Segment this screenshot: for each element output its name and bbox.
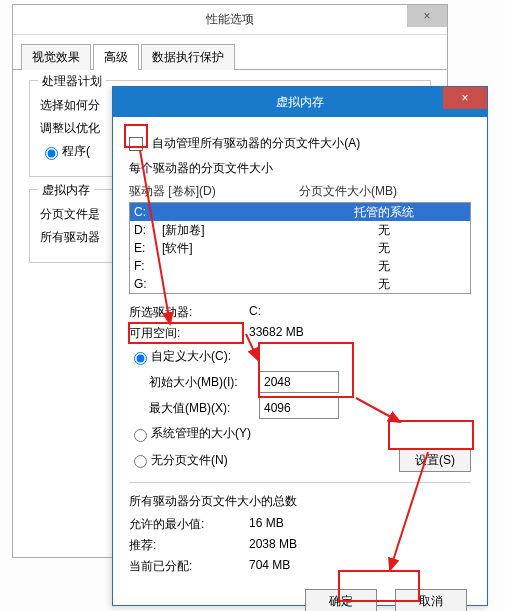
free-space-value: 33682 MB bbox=[249, 325, 304, 342]
selected-drive-value: C: bbox=[249, 304, 261, 321]
drives-list[interactable]: C:托管的系统D:[新加卷]无E:[软件]无F:无G:无 bbox=[129, 202, 471, 294]
max-size-row: 最大值(MB)(X): bbox=[149, 397, 471, 419]
close-icon: × bbox=[461, 91, 468, 105]
col-drive-label: 驱动器 [卷标](D) bbox=[129, 183, 299, 200]
cur-row: 当前已分配: 704 MB bbox=[129, 558, 471, 575]
vm-titlebar: 虚拟内存 × bbox=[113, 87, 487, 117]
drive-label: [新加卷] bbox=[162, 222, 302, 239]
tab-dep[interactable]: 数据执行保护 bbox=[141, 44, 235, 70]
drive-size: 无 bbox=[302, 276, 466, 293]
min-label: 允许的最小值: bbox=[129, 516, 249, 533]
perf-titlebar: 性能选项 × bbox=[13, 5, 447, 35]
min-row: 允许的最小值: 16 MB bbox=[129, 516, 471, 533]
vm-title: 虚拟内存 bbox=[276, 94, 324, 111]
rec-label: 推荐: bbox=[129, 537, 249, 554]
cancel-button[interactable]: 取消 bbox=[395, 589, 467, 611]
drive-letter: C: bbox=[134, 205, 162, 219]
initial-size-input[interactable] bbox=[259, 371, 339, 393]
max-size-label: 最大值(MB)(X): bbox=[149, 400, 259, 417]
free-space-label: 可用空间: bbox=[129, 325, 249, 342]
drive-size: 无 bbox=[302, 240, 466, 257]
drives-header: 驱动器 [卷标](D) 分页文件大小(MB) bbox=[129, 183, 471, 200]
perf-title: 性能选项 bbox=[206, 11, 254, 28]
close-icon: × bbox=[423, 9, 430, 23]
auto-manage-row: 自动管理所有驱动器的分页文件大小(A) bbox=[129, 135, 471, 152]
cur-value: 704 MB bbox=[249, 558, 290, 575]
programs-label: 程序( bbox=[62, 143, 90, 160]
auto-manage-label: 自动管理所有驱动器的分页文件大小(A) bbox=[152, 136, 360, 150]
custom-size-radio[interactable] bbox=[134, 352, 147, 365]
auto-manage-checkbox[interactable] bbox=[129, 137, 143, 151]
custom-size-label: 自定义大小(C): bbox=[151, 348, 231, 365]
custom-size-row: 自定义大小(C): bbox=[129, 348, 471, 365]
drive-row[interactable]: F:无 bbox=[130, 257, 470, 275]
drive-label: [软件] bbox=[162, 240, 302, 257]
initial-size-row: 初始大小(MB)(I): bbox=[149, 371, 471, 393]
vm-body: 自动管理所有驱动器的分页文件大小(A) 每个驱动器的分页文件大小 驱动器 [卷标… bbox=[113, 117, 487, 611]
drive-size: 无 bbox=[302, 222, 466, 239]
separator bbox=[129, 482, 471, 483]
drive-row[interactable]: C:托管的系统 bbox=[130, 203, 470, 221]
set-button[interactable]: 设置(S) bbox=[399, 448, 471, 472]
free-space-row: 可用空间: 33682 MB bbox=[129, 325, 471, 342]
system-managed-label: 系统管理的大小(Y) bbox=[151, 425, 251, 442]
vm-close-button[interactable]: × bbox=[443, 87, 487, 109]
programs-radio[interactable] bbox=[45, 147, 58, 160]
selected-drive-row: 所选驱动器: C: bbox=[129, 304, 471, 321]
each-drive-label: 每个驱动器的分页文件大小 bbox=[129, 160, 471, 177]
totals-legend: 所有驱动器分页文件大小的总数 bbox=[129, 493, 471, 510]
cur-label: 当前已分配: bbox=[129, 558, 249, 575]
drive-size: 托管的系统 bbox=[302, 204, 466, 221]
virtual-memory-window: 虚拟内存 × 自动管理所有驱动器的分页文件大小(A) 每个驱动器的分页文件大小 … bbox=[112, 86, 488, 606]
dialog-buttons: 确定 取消 bbox=[129, 589, 471, 611]
perf-close-button[interactable]: × bbox=[407, 5, 447, 27]
no-paging-radio[interactable] bbox=[134, 455, 147, 468]
tab-visual-effects[interactable]: 视觉效果 bbox=[21, 44, 91, 70]
drive-letter: D: bbox=[134, 223, 162, 237]
tab-advanced[interactable]: 高级 bbox=[93, 44, 139, 70]
virtual-memory-legend: 虚拟内存 bbox=[38, 182, 94, 199]
system-managed-row: 系统管理的大小(Y) bbox=[129, 425, 471, 442]
perf-tabs: 视觉效果 高级 数据执行保护 bbox=[13, 35, 447, 70]
system-managed-radio[interactable] bbox=[134, 429, 147, 442]
no-paging-label: 无分页文件(N) bbox=[151, 452, 228, 469]
drive-letter: E: bbox=[134, 241, 162, 255]
processor-scheduling-legend: 处理器计划 bbox=[38, 73, 106, 90]
initial-size-label: 初始大小(MB)(I): bbox=[149, 374, 259, 391]
drive-letter: G: bbox=[134, 277, 162, 291]
drive-size: 无 bbox=[302, 258, 466, 275]
max-size-input[interactable] bbox=[259, 397, 339, 419]
col-size-label: 分页文件大小(MB) bbox=[299, 183, 397, 200]
ok-button[interactable]: 确定 bbox=[305, 589, 377, 611]
rec-value: 2038 MB bbox=[249, 537, 297, 554]
min-value: 16 MB bbox=[249, 516, 284, 533]
no-paging-row: 无分页文件(N) 设置(S) bbox=[129, 448, 471, 472]
drive-row[interactable]: G:无 bbox=[130, 275, 470, 293]
rec-row: 推荐: 2038 MB bbox=[129, 537, 471, 554]
drive-letter: F: bbox=[134, 259, 162, 273]
selected-drive-label: 所选驱动器: bbox=[129, 304, 249, 321]
drive-row[interactable]: E:[软件]无 bbox=[130, 239, 470, 257]
drive-row[interactable]: D:[新加卷]无 bbox=[130, 221, 470, 239]
